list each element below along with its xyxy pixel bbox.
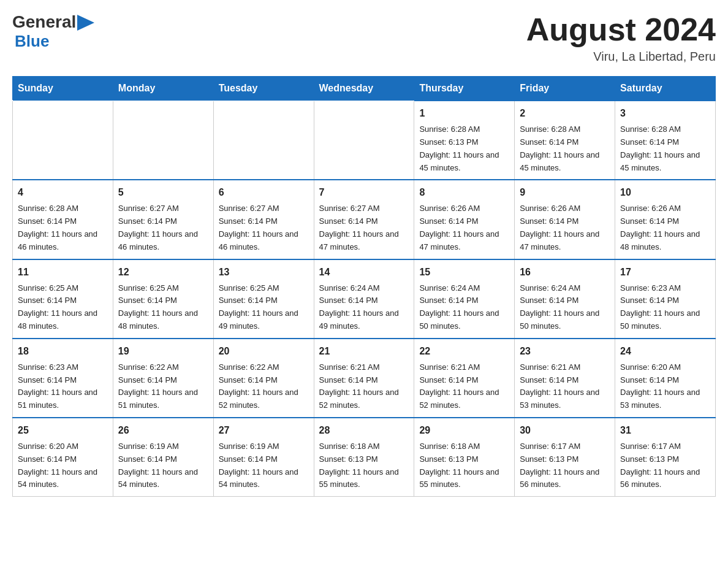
calendar-cell: 21Sunrise: 6:21 AMSunset: 6:14 PMDayligh… <box>314 339 414 418</box>
calendar-cell: 4Sunrise: 6:28 AMSunset: 6:14 PMDaylight… <box>13 180 113 259</box>
logo: General Blue <box>12 12 94 51</box>
day-number: 13 <box>219 265 309 280</box>
calendar-table: SundayMondayTuesdayWednesdayThursdayFrid… <box>12 76 716 497</box>
calendar-cell: 3Sunrise: 6:28 AMSunset: 6:14 PMDaylight… <box>615 101 716 180</box>
svg-marker-0 <box>77 15 94 31</box>
calendar-cell: 26Sunrise: 6:19 AMSunset: 6:14 PMDayligh… <box>113 418 213 497</box>
day-info: Sunrise: 6:22 AMSunset: 6:14 PMDaylight:… <box>219 361 309 412</box>
calendar-cell: 16Sunrise: 6:24 AMSunset: 6:14 PMDayligh… <box>515 259 615 339</box>
day-info: Sunrise: 6:22 AMSunset: 6:14 PMDaylight:… <box>118 361 208 412</box>
day-number: 10 <box>620 185 710 200</box>
calendar-cell: 24Sunrise: 6:20 AMSunset: 6:14 PMDayligh… <box>615 339 716 418</box>
day-number: 2 <box>520 106 610 121</box>
day-number: 6 <box>219 185 309 200</box>
day-number: 23 <box>520 344 610 359</box>
page-header: General Blue August 2024 Viru, La Libert… <box>12 12 716 64</box>
day-info: Sunrise: 6:19 AMSunset: 6:14 PMDaylight:… <box>118 440 208 491</box>
day-info: Sunrise: 6:24 AMSunset: 6:14 PMDaylight:… <box>319 282 409 333</box>
calendar-cell <box>113 101 213 180</box>
logo-triangle-icon <box>77 15 94 31</box>
day-info: Sunrise: 6:18 AMSunset: 6:13 PMDaylight:… <box>419 440 509 491</box>
calendar-cell: 11Sunrise: 6:25 AMSunset: 6:14 PMDayligh… <box>13 259 113 339</box>
day-number: 9 <box>520 185 610 200</box>
day-info: Sunrise: 6:24 AMSunset: 6:14 PMDaylight:… <box>520 282 610 333</box>
day-info: Sunrise: 6:18 AMSunset: 6:13 PMDaylight:… <box>319 440 409 491</box>
month-title: August 2024 <box>526 12 716 47</box>
calendar-cell: 20Sunrise: 6:22 AMSunset: 6:14 PMDayligh… <box>213 339 314 418</box>
day-number: 7 <box>319 185 409 200</box>
day-info: Sunrise: 6:27 AMSunset: 6:14 PMDaylight:… <box>118 202 208 253</box>
calendar-cell <box>213 101 314 180</box>
title-section: August 2024 Viru, La Libertad, Peru <box>526 12 716 64</box>
day-number: 30 <box>520 423 610 438</box>
logo-general-text: General <box>12 12 76 32</box>
calendar-cell: 25Sunrise: 6:20 AMSunset: 6:14 PMDayligh… <box>13 418 113 497</box>
day-info: Sunrise: 6:21 AMSunset: 6:14 PMDaylight:… <box>419 361 509 412</box>
calendar-cell: 6Sunrise: 6:27 AMSunset: 6:14 PMDaylight… <box>213 180 314 259</box>
day-number: 17 <box>620 265 710 280</box>
day-number: 5 <box>118 185 208 200</box>
calendar-cell: 31Sunrise: 6:17 AMSunset: 6:13 PMDayligh… <box>615 418 716 497</box>
week-row-2: 4Sunrise: 6:28 AMSunset: 6:14 PMDaylight… <box>13 180 716 259</box>
calendar-cell: 17Sunrise: 6:23 AMSunset: 6:14 PMDayligh… <box>615 259 716 339</box>
calendar-cell: 5Sunrise: 6:27 AMSunset: 6:14 PMDaylight… <box>113 180 213 259</box>
day-info: Sunrise: 6:23 AMSunset: 6:14 PMDaylight:… <box>620 282 710 333</box>
logo-blue-text: Blue <box>15 32 49 50</box>
location: Viru, La Libertad, Peru <box>526 50 716 64</box>
day-info: Sunrise: 6:25 AMSunset: 6:14 PMDaylight:… <box>118 282 208 333</box>
calendar-cell: 15Sunrise: 6:24 AMSunset: 6:14 PMDayligh… <box>414 259 515 339</box>
calendar-cell <box>314 101 414 180</box>
day-info: Sunrise: 6:27 AMSunset: 6:14 PMDaylight:… <box>319 202 409 253</box>
day-number: 25 <box>18 423 108 438</box>
calendar-cell: 23Sunrise: 6:21 AMSunset: 6:14 PMDayligh… <box>515 339 615 418</box>
calendar-cell: 30Sunrise: 6:17 AMSunset: 6:13 PMDayligh… <box>515 418 615 497</box>
day-info: Sunrise: 6:25 AMSunset: 6:14 PMDaylight:… <box>219 282 309 333</box>
day-header-sunday: Sunday <box>13 77 113 101</box>
day-number: 28 <box>319 423 409 438</box>
day-info: Sunrise: 6:20 AMSunset: 6:14 PMDaylight:… <box>18 440 108 491</box>
calendar-cell: 29Sunrise: 6:18 AMSunset: 6:13 PMDayligh… <box>414 418 515 497</box>
calendar-cell: 8Sunrise: 6:26 AMSunset: 6:14 PMDaylight… <box>414 180 515 259</box>
day-info: Sunrise: 6:17 AMSunset: 6:13 PMDaylight:… <box>520 440 610 491</box>
calendar-cell: 13Sunrise: 6:25 AMSunset: 6:14 PMDayligh… <box>213 259 314 339</box>
day-number: 31 <box>620 423 710 438</box>
day-info: Sunrise: 6:28 AMSunset: 6:14 PMDaylight:… <box>18 202 108 253</box>
day-info: Sunrise: 6:26 AMSunset: 6:14 PMDaylight:… <box>419 202 509 253</box>
calendar-cell: 19Sunrise: 6:22 AMSunset: 6:14 PMDayligh… <box>113 339 213 418</box>
calendar-cell: 2Sunrise: 6:28 AMSunset: 6:14 PMDaylight… <box>515 101 615 180</box>
day-info: Sunrise: 6:23 AMSunset: 6:14 PMDaylight:… <box>18 361 108 412</box>
day-number: 21 <box>319 344 409 359</box>
week-row-5: 25Sunrise: 6:20 AMSunset: 6:14 PMDayligh… <box>13 418 716 497</box>
calendar-cell: 14Sunrise: 6:24 AMSunset: 6:14 PMDayligh… <box>314 259 414 339</box>
day-number: 8 <box>419 185 509 200</box>
day-header-friday: Friday <box>515 77 615 101</box>
day-info: Sunrise: 6:28 AMSunset: 6:14 PMDaylight:… <box>620 123 710 174</box>
day-info: Sunrise: 6:26 AMSunset: 6:14 PMDaylight:… <box>520 202 610 253</box>
day-number: 14 <box>319 265 409 280</box>
calendar-cell: 1Sunrise: 6:28 AMSunset: 6:13 PMDaylight… <box>414 101 515 180</box>
calendar-cell: 28Sunrise: 6:18 AMSunset: 6:13 PMDayligh… <box>314 418 414 497</box>
week-row-3: 11Sunrise: 6:25 AMSunset: 6:14 PMDayligh… <box>13 259 716 339</box>
calendar-cell: 22Sunrise: 6:21 AMSunset: 6:14 PMDayligh… <box>414 339 515 418</box>
day-number: 11 <box>18 265 108 280</box>
day-info: Sunrise: 6:19 AMSunset: 6:14 PMDaylight:… <box>219 440 309 491</box>
day-info: Sunrise: 6:28 AMSunset: 6:14 PMDaylight:… <box>520 123 610 174</box>
day-number: 19 <box>118 344 208 359</box>
day-number: 24 <box>620 344 710 359</box>
day-number: 26 <box>118 423 208 438</box>
day-header-wednesday: Wednesday <box>314 77 414 101</box>
day-number: 22 <box>419 344 509 359</box>
day-header-thursday: Thursday <box>414 77 515 101</box>
day-info: Sunrise: 6:21 AMSunset: 6:14 PMDaylight:… <box>319 361 409 412</box>
day-info: Sunrise: 6:27 AMSunset: 6:14 PMDaylight:… <box>219 202 309 253</box>
day-info: Sunrise: 6:26 AMSunset: 6:14 PMDaylight:… <box>620 202 710 253</box>
day-header-monday: Monday <box>113 77 213 101</box>
day-info: Sunrise: 6:25 AMSunset: 6:14 PMDaylight:… <box>18 282 108 333</box>
week-row-4: 18Sunrise: 6:23 AMSunset: 6:14 PMDayligh… <box>13 339 716 418</box>
day-info: Sunrise: 6:24 AMSunset: 6:14 PMDaylight:… <box>419 282 509 333</box>
day-info: Sunrise: 6:21 AMSunset: 6:14 PMDaylight:… <box>520 361 610 412</box>
week-row-1: 1Sunrise: 6:28 AMSunset: 6:13 PMDaylight… <box>13 101 716 180</box>
day-number: 16 <box>520 265 610 280</box>
calendar-cell <box>13 101 113 180</box>
day-number: 1 <box>419 106 509 121</box>
